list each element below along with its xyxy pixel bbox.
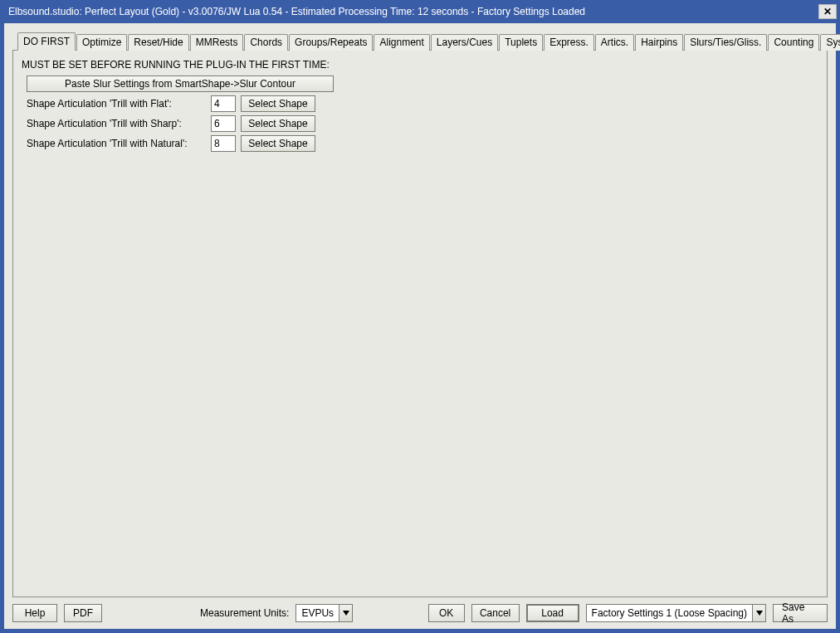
tab-hairpins[interactable]: Hairpins (635, 34, 683, 51)
select-shape-trill-natural[interactable]: Select Shape (241, 135, 315, 152)
tab-express[interactable]: Express. (544, 34, 594, 51)
help-button[interactable]: Help (12, 604, 57, 622)
preset-combo[interactable]: Factory Settings 1 (Loose Spacing) (586, 604, 766, 622)
tab-strip: DO FIRST Optimize Reset/Hide MMRests Cho… (17, 32, 828, 50)
pdf-button[interactable]: PDF (64, 604, 102, 622)
tab-do-first[interactable]: DO FIRST (17, 32, 76, 51)
input-trill-sharp[interactable] (211, 115, 236, 132)
tab-alignment[interactable]: Alignment (374, 34, 429, 51)
close-button[interactable]: ✕ (818, 4, 837, 19)
tab-layers-cues[interactable]: Layers/Cues (431, 34, 498, 51)
label-trill-flat: Shape Articulation 'Trill with Flat': (27, 98, 211, 110)
input-trill-natural[interactable] (211, 135, 236, 152)
row-trill-natural: Shape Articulation 'Trill with Natural':… (27, 135, 818, 152)
tab-chords[interactable]: Chords (244, 34, 288, 51)
cancel-button[interactable]: Cancel (471, 604, 520, 622)
tab-artics[interactable]: Artics. (595, 34, 634, 51)
bottom-bar: Help PDF Measurement Units: EVPUs OK Can… (12, 597, 828, 622)
instruction-text: MUST BE SET BEFORE RUNNING THE PLUG-IN T… (22, 59, 818, 71)
client-area: DO FIRST Optimize Reset/Hide MMRests Cho… (4, 23, 836, 629)
tab-reset-hide[interactable]: Reset/Hide (128, 34, 188, 51)
window-title: Elbsound.studio: Perfect Layout (Gold) -… (8, 6, 585, 17)
tab-optimize[interactable]: Optimize (76, 34, 127, 51)
app-window: Elbsound.studio: Perfect Layout (Gold) -… (0, 0, 840, 633)
row-trill-sharp: Shape Articulation 'Trill with Sharp': S… (27, 115, 818, 132)
tab-groups-repeats[interactable]: Groups/Repeats (289, 34, 373, 51)
label-trill-sharp: Shape Articulation 'Trill with Sharp': (27, 118, 211, 129)
paste-slur-settings-button[interactable]: Paste Slur Settings from SmartShape->Slu… (27, 75, 334, 92)
tab-slurs-ties-gliss[interactable]: Slurs/Ties/Gliss. (684, 34, 767, 51)
select-shape-trill-flat[interactable]: Select Shape (241, 95, 315, 112)
measurement-units-value: EVPUs (296, 605, 339, 621)
tab-counting[interactable]: Counting (768, 34, 819, 51)
tab-page-do-first: MUST BE SET BEFORE RUNNING THE PLUG-IN T… (12, 50, 828, 597)
measurement-units-label: Measurement Units: (200, 607, 289, 619)
ok-button[interactable]: OK (428, 604, 465, 622)
measurement-units-combo[interactable]: EVPUs (295, 604, 353, 622)
chevron-down-icon (752, 605, 765, 621)
row-trill-flat: Shape Articulation 'Trill with Flat': Se… (27, 95, 818, 112)
label-trill-natural: Shape Articulation 'Trill with Natural': (27, 138, 211, 149)
titlebar: Elbsound.studio: Perfect Layout (Gold) -… (0, 0, 840, 23)
chevron-down-icon (339, 605, 352, 621)
tab-mmrests[interactable]: MMRests (190, 34, 244, 51)
load-button[interactable]: Load (526, 604, 579, 622)
select-shape-trill-sharp[interactable]: Select Shape (241, 115, 315, 132)
tab-systems[interactable]: Systems (820, 34, 840, 51)
save-as-button[interactable]: Save As (773, 604, 828, 622)
input-trill-flat[interactable] (211, 95, 236, 112)
close-icon: ✕ (823, 7, 832, 17)
tab-tuplets[interactable]: Tuplets (499, 34, 543, 51)
preset-value: Factory Settings 1 (Loose Spacing) (587, 605, 752, 621)
